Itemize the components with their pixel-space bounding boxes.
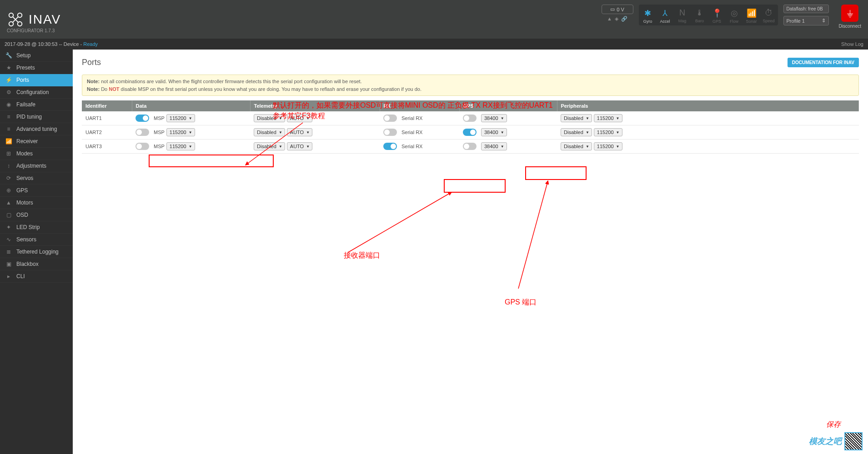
cell-peripherals: Disabled 115200 xyxy=(557,111,859,125)
table-row: UART3MSP 115200Disabled AUTOSerial RX 38… xyxy=(82,140,859,154)
select[interactable]: 38400 xyxy=(481,142,507,150)
toggle[interactable] xyxy=(463,129,477,136)
gear-icon: ⚙ xyxy=(5,89,12,95)
select[interactable]: 115200 xyxy=(594,114,622,122)
sidebar-item-presets[interactable]: ★Presets xyxy=(0,62,73,74)
sidebar-item-configuration[interactable]: ⚙Configuration xyxy=(0,86,73,99)
select[interactable]: 38400 xyxy=(481,128,507,136)
sensor-group: ✱Gyro⅄AccelNMag🌡Baro📍GPS◎Flow📶Sonar⏱Spee… xyxy=(639,5,778,25)
select[interactable]: Disabled xyxy=(254,142,285,150)
watermark-qr-icon xyxy=(844,432,863,450)
sidebar-item-tethered-logging[interactable]: ≣Tethered Logging xyxy=(0,246,73,258)
th-data: Data xyxy=(132,100,250,111)
sidebar-item-servos[interactable]: ⟳Servos xyxy=(0,172,73,185)
sensor-label: Accel xyxy=(660,19,670,24)
sidebar-item-failsafe[interactable]: ◉Failsafe xyxy=(0,99,73,111)
sidebar-item-motors[interactable]: ▲Motors xyxy=(0,197,73,209)
page-header: Ports DOCUMENTATION FOR INAV xyxy=(82,58,859,67)
note2-pre: Do xyxy=(100,86,109,92)
select[interactable]: AUTO xyxy=(287,128,312,136)
logo-block: INAV xyxy=(7,11,61,28)
life-ring-icon: ◉ xyxy=(5,101,12,108)
sidebar-item-label: Configuration xyxy=(16,89,49,95)
sidebar-item-sensors[interactable]: ∿Sensors xyxy=(0,234,73,246)
sidebar-item-pid-tuning[interactable]: ≡PID tuning xyxy=(0,111,73,123)
servo-icon: ⟳ xyxy=(5,175,12,181)
sensor-accel: ⅄Accel xyxy=(657,5,673,25)
sidebar-item-blackbox[interactable]: ▣Blackbox xyxy=(0,258,73,270)
sidebar-item-adjustments[interactable]: ↕Adjustments xyxy=(0,160,73,172)
th-rx: RX xyxy=(380,100,459,111)
toggle[interactable] xyxy=(135,115,149,122)
select[interactable]: Disabled xyxy=(254,128,285,136)
sensor-icon: ⅄ xyxy=(662,8,667,18)
cell-data: MSP 115200 xyxy=(132,125,250,140)
sidebar-item-receiver[interactable]: 📶Receiver xyxy=(0,135,73,148)
sidebar-item-label: Servos xyxy=(16,175,33,181)
sidebar-item-label: Receiver xyxy=(16,138,38,145)
cell-peripherals: Disabled 115200 xyxy=(557,125,859,140)
select[interactable]: 115200 xyxy=(166,128,195,136)
sidebar-item-label: GPS xyxy=(16,187,28,194)
note1-label: Note: xyxy=(87,79,100,84)
toggle[interactable] xyxy=(383,129,397,136)
profile-select[interactable]: Profile 1 ⇕ xyxy=(783,16,829,25)
sidebar-item-advanced-tuning[interactable]: ≡Advanced tuning xyxy=(0,123,73,135)
documentation-button[interactable]: DOCUMENTATION FOR INAV xyxy=(788,58,859,67)
usb-disconnect-icon[interactable]: ⏚ xyxy=(841,5,858,22)
toggle[interactable] xyxy=(383,115,397,122)
sidebar-item-modes[interactable]: ⊞Modes xyxy=(0,148,73,160)
diamond-icon: ◈ xyxy=(615,16,618,22)
sidebar-item-ports[interactable]: ⚡Ports xyxy=(0,74,73,86)
sensor-icon: ◎ xyxy=(731,8,738,18)
plug-icon: ⚡ xyxy=(5,77,12,83)
cell-rx: Serial RX xyxy=(380,125,459,140)
select[interactable]: 115200 xyxy=(166,114,195,122)
usb-icon: ⏚ xyxy=(847,7,853,19)
select[interactable]: Disabled xyxy=(254,114,285,122)
sidebar-item-label: CLI xyxy=(16,273,25,279)
disconnect-block[interactable]: ⏚ Disconnect xyxy=(839,5,861,29)
cell-rx: Serial RX xyxy=(380,140,459,154)
select[interactable]: Disabled xyxy=(561,128,592,136)
box-icon: ▣ xyxy=(5,261,12,267)
sensor-label: Mag xyxy=(678,19,687,23)
sliders-icon: ≡ xyxy=(5,126,12,132)
cell-gps: 38400 xyxy=(459,140,557,154)
cell-peripherals: Disabled 115200 xyxy=(557,140,859,154)
sensor-label: Baro xyxy=(695,19,704,23)
select[interactable]: Disabled xyxy=(561,142,592,150)
sidebar-item-setup[interactable]: 🔧Setup xyxy=(0,50,73,62)
sensor-icon: 📶 xyxy=(747,8,757,18)
select[interactable]: 38400 xyxy=(481,114,507,122)
toggle[interactable] xyxy=(383,143,397,150)
watermark-text: 模友之吧 xyxy=(809,436,842,447)
toggle[interactable] xyxy=(135,143,149,150)
warning-icon: ▲ xyxy=(607,16,612,22)
toggle[interactable] xyxy=(463,143,477,150)
sensor-gps: 📍GPS xyxy=(709,5,725,25)
sidebar-item-osd[interactable]: ▢OSD xyxy=(0,209,73,221)
app-header: INAV CONFIGURATOR 1.7.3 ▭0 V ▲ ◈ 🔗 ✱Gyro… xyxy=(0,0,868,39)
show-log-link[interactable]: Show Log xyxy=(841,41,863,47)
select[interactable]: 115200 xyxy=(594,128,622,136)
sidebar-item-cli[interactable]: ▸CLI xyxy=(0,270,73,283)
dataflash-indicator: Dataflash: free 0B xyxy=(783,5,829,13)
select[interactable]: 115200 xyxy=(166,142,195,150)
cell-telemetry: Disabled AUTO xyxy=(250,125,380,140)
select[interactable]: 115200 xyxy=(594,142,622,150)
status-bar: 2017-09-28 @ 10:30:53 -- Device - Ready … xyxy=(0,39,868,50)
adjust-icon: ↕ xyxy=(5,163,12,169)
toggle[interactable] xyxy=(135,129,149,136)
sidebar-item-led-strip[interactable]: ✦LED Strip xyxy=(0,221,73,234)
main-content: Ports DOCUMENTATION FOR INAV Note: not a… xyxy=(73,50,868,454)
sidebar-item-gps[interactable]: ⊕GPS xyxy=(0,185,73,197)
sidebar-item-label: Tethered Logging xyxy=(16,249,59,255)
voltage-display: ▭0 V xyxy=(602,5,633,14)
serialrx-label: Serial RX xyxy=(401,144,422,149)
toggle[interactable] xyxy=(463,115,477,122)
msp-label: MSP xyxy=(154,130,165,135)
select[interactable]: AUTO xyxy=(287,114,312,122)
select[interactable]: Disabled xyxy=(561,114,592,122)
select[interactable]: AUTO xyxy=(287,142,312,150)
